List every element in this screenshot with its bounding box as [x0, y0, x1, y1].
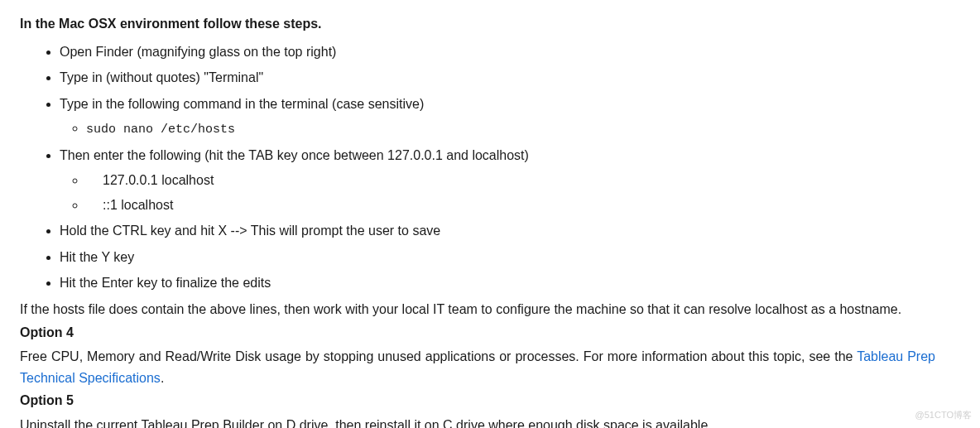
step-item: Hold the CTRL key and hit X --> This wil… — [60, 220, 935, 242]
command-text: sudo nano /etc/hosts — [86, 123, 235, 137]
step-item: Hit the Y key — [60, 247, 935, 268]
option-5-heading: Option 5 — [20, 390, 935, 411]
step-item: Then enter the following (hit the TAB ke… — [60, 145, 935, 215]
sub-list: sudo nano /etc/hosts — [86, 118, 935, 140]
step-item: Hit the Enter key to finalize the edits — [60, 272, 935, 294]
sub-list: 127.0.0.1 localhost ::1 localhost — [86, 170, 935, 215]
option-4-text-before: Free CPU, Memory and Read/Write Disk usa… — [20, 349, 857, 363]
hosts-entry-text: ::1 localhost — [103, 198, 173, 212]
hosts-entry-text: 127.0.0.1 localhost — [103, 173, 214, 187]
step-item: Type in (without quotes) "Terminal" — [60, 67, 935, 89]
after-steps-paragraph: If the hosts file does contain the above… — [20, 299, 935, 320]
hosts-entry: ::1 localhost — [86, 195, 935, 216]
command-item: sudo nano /etc/hosts — [86, 118, 935, 140]
step-text: Type in the following command in the ter… — [60, 97, 424, 111]
option-5-text: Uninstall the current Tableau Prep Build… — [20, 415, 935, 428]
step-item: Open Finder (magnifying glass on the top… — [60, 41, 935, 63]
hosts-entry: 127.0.0.1 localhost — [86, 170, 935, 191]
section-heading: In the Mac OSX environment follow these … — [20, 13, 935, 35]
step-item: Type in the following command in the ter… — [60, 94, 935, 141]
option-4-text-after: . — [161, 371, 164, 385]
step-text: Then enter the following (hit the TAB ke… — [60, 148, 529, 162]
steps-list: Open Finder (magnifying glass on the top… — [60, 41, 935, 294]
option-4-text: Free CPU, Memory and Read/Write Disk usa… — [20, 346, 935, 388]
option-4-heading: Option 4 — [20, 322, 935, 344]
